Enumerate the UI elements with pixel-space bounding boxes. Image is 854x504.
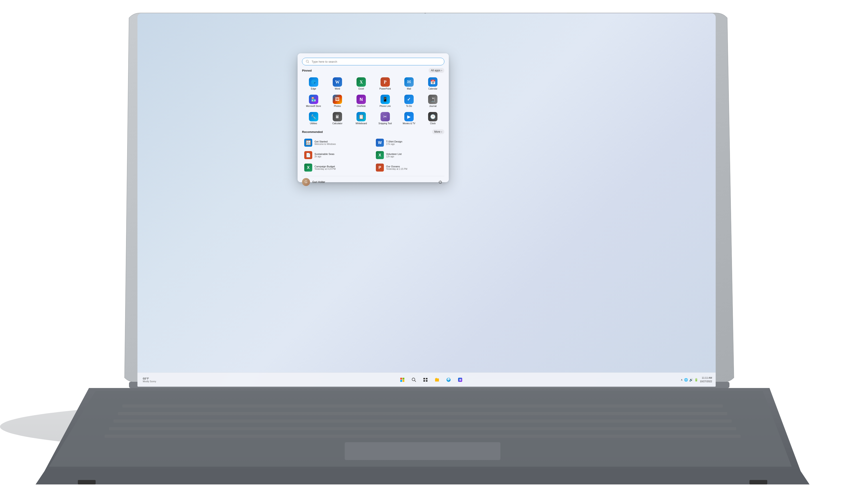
word-label: Word xyxy=(335,88,340,90)
mail-label: Mail xyxy=(407,88,411,90)
task-view-icon xyxy=(423,377,428,382)
journal-icon: 📓 xyxy=(428,95,437,104)
word-icon: W xyxy=(333,77,342,87)
snipping-label: Snipping Tool xyxy=(379,122,392,125)
user-section: G Guri Holter xyxy=(302,176,445,186)
svg-rect-25 xyxy=(423,378,425,379)
taskbar-explorer-button[interactable] xyxy=(432,375,442,385)
calendar-icon: 📅 xyxy=(428,77,437,87)
app-clock[interactable]: 🕐 Clock xyxy=(421,110,445,127)
all-apps-button[interactable]: All apps › xyxy=(429,68,445,73)
todo-label: To Do xyxy=(406,105,412,108)
power-icon xyxy=(438,180,442,184)
taskbar-search-button[interactable] xyxy=(409,375,419,385)
app-journal[interactable]: 📓 Journal xyxy=(421,93,445,109)
campaign-text: Campaign Budget Yesterday at 4:24 PM xyxy=(314,165,370,170)
svg-rect-13 xyxy=(105,435,740,438)
get-started-subtitle: Welcome to Windows xyxy=(314,143,370,145)
app-excel[interactable]: X Excel xyxy=(350,75,373,92)
app-calculator[interactable]: 🖩 Calculator xyxy=(326,110,349,127)
rec-sustainable[interactable]: 📄 Sustainable Seas 2h ago xyxy=(302,149,373,161)
svg-rect-16 xyxy=(749,480,767,484)
app-whiteboard[interactable]: 📋 Whiteboard xyxy=(350,110,373,127)
weather-temperature: 68°F xyxy=(143,377,156,380)
rec-oceans[interactable]: P Our Oceans Yesterday at 1:15 PM xyxy=(373,162,445,173)
calculator-label: Calculator xyxy=(332,122,342,125)
app-word[interactable]: W Word xyxy=(326,75,349,92)
campaign-icon: X xyxy=(304,164,312,172)
svg-line-18 xyxy=(308,62,309,63)
photos-icon: 🖼 xyxy=(333,95,342,104)
svg-rect-15 xyxy=(78,480,95,484)
user-info[interactable]: G Guri Holter xyxy=(302,178,325,186)
get-started-icon: 🪟 xyxy=(304,139,312,147)
app-utilities[interactable]: 🔧 Utilities xyxy=(302,110,325,127)
system-tray: ∧ 🌐 🔊 🔋 xyxy=(681,378,698,381)
file-explorer-icon xyxy=(435,377,439,382)
rec-volunteer[interactable]: X Volunteer List 12h ago xyxy=(373,149,445,161)
calendar-label: Calendar xyxy=(428,88,437,90)
clock-date: 10/27/2022 xyxy=(700,380,712,383)
app-calendar[interactable]: 📅 Calendar xyxy=(421,75,445,92)
volunteer-text: Volunteer List 12h ago xyxy=(386,153,442,158)
more-button[interactable]: More › xyxy=(432,129,445,134)
taskbar: 68°F Mostly Sunny xyxy=(137,373,716,387)
taskbar-edge-button[interactable] xyxy=(444,375,453,385)
oceans-time: Yesterday at 1:15 PM xyxy=(386,168,442,170)
speaker-icon[interactable]: 🔊 xyxy=(689,378,693,381)
phone-icon: 📱 xyxy=(381,95,390,104)
taskbar-search-icon xyxy=(412,377,416,382)
app-photos[interactable]: 🖼 Photos xyxy=(326,93,349,109)
tshirt-time: 17m ago xyxy=(386,143,442,145)
chevron-right-icon-2: › xyxy=(441,130,442,133)
taskbar-store-button[interactable]: ⊞ xyxy=(455,375,465,385)
app-mail[interactable]: ✉ Mail xyxy=(397,75,420,92)
tray-chevron[interactable]: ∧ xyxy=(681,378,683,381)
recommended-section-header: Recommended More › xyxy=(302,129,445,134)
search-input[interactable] xyxy=(312,60,440,63)
chevron-right-icon: › xyxy=(441,69,442,72)
app-onenote[interactable]: N OneNote xyxy=(350,93,373,109)
tshirt-text: T-Shirt Design 17m ago xyxy=(386,140,442,145)
app-todo[interactable]: ✓ To Do xyxy=(397,93,420,109)
power-button[interactable] xyxy=(436,178,445,186)
app-movies[interactable]: ▶ Movies & TV xyxy=(397,110,420,127)
avatar-letter: G xyxy=(305,180,307,184)
svg-rect-21 xyxy=(400,380,402,381)
onenote-label: OneNote xyxy=(357,105,366,108)
svg-rect-9 xyxy=(122,404,723,408)
photos-label: Photos xyxy=(334,105,341,108)
windows-logo-icon xyxy=(400,377,405,382)
svg-rect-19 xyxy=(400,378,402,379)
oceans-icon: P xyxy=(376,164,384,172)
campaign-time: Yesterday at 4:24 PM xyxy=(314,168,370,170)
store-label: Microsoft Store xyxy=(306,105,321,108)
app-powerpoint[interactable]: P PowerPoint xyxy=(373,75,397,92)
svg-rect-20 xyxy=(403,378,404,379)
app-edge[interactable]: Edge xyxy=(302,75,325,92)
rec-tshirt[interactable]: W T-Shirt Design 17m ago xyxy=(373,137,445,148)
rec-campaign[interactable]: X Campaign Budget Yesterday at 4:24 PM xyxy=(302,162,373,173)
search-bar[interactable] xyxy=(302,58,445,65)
app-phone[interactable]: 📱 Phone Link xyxy=(373,93,397,109)
snipping-icon: ✂ xyxy=(381,112,390,121)
oceans-text: Our Oceans Yesterday at 1:15 PM xyxy=(386,165,442,170)
weather-widget[interactable]: 68°F Mostly Sunny xyxy=(141,376,158,383)
user-avatar: G xyxy=(302,178,310,186)
tshirt-title: T-Shirt Design xyxy=(386,140,442,143)
recommended-title: Recommended xyxy=(302,130,323,133)
clock-display[interactable]: 11:11 AM 10/27/2022 xyxy=(700,376,712,383)
sustainable-time: 2h ago xyxy=(314,155,370,158)
app-snipping[interactable]: ✂ Snipping Tool xyxy=(373,110,397,127)
store-icon: 🏪 xyxy=(309,95,318,104)
app-store[interactable]: 🏪 Microsoft Store xyxy=(302,93,325,109)
svg-rect-10 xyxy=(118,412,727,415)
excel-label: Excel xyxy=(359,88,364,90)
whiteboard-icon: 📋 xyxy=(356,112,366,121)
pinned-section-header: Pinned All apps › xyxy=(302,68,445,73)
powerpoint-icon: P xyxy=(381,77,390,87)
calculator-icon: 🖩 xyxy=(333,112,342,121)
taskbar-start-button[interactable] xyxy=(397,375,407,385)
taskbar-taskview-button[interactable] xyxy=(421,375,430,385)
rec-get-started[interactable]: 🪟 Get Started Welcome to Windows xyxy=(302,137,373,148)
